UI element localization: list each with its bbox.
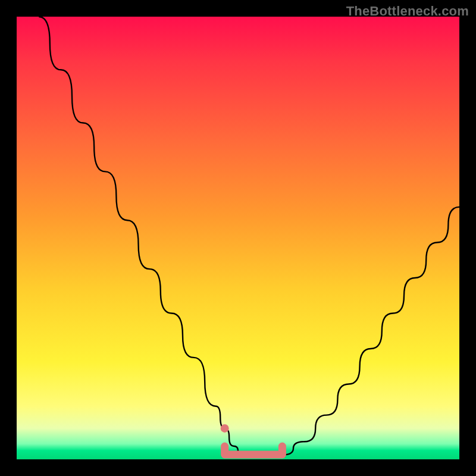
- chart-svg: [17, 17, 459, 459]
- optimal-range-marker: [225, 446, 283, 455]
- chart-frame: TheBottleneck.com: [0, 0, 476, 476]
- watermark-text: TheBottleneck.com: [346, 4, 469, 19]
- optimal-start-dot: [221, 424, 229, 433]
- bottleneck-curve: [39, 17, 459, 457]
- chart-plot-area: [17, 17, 459, 459]
